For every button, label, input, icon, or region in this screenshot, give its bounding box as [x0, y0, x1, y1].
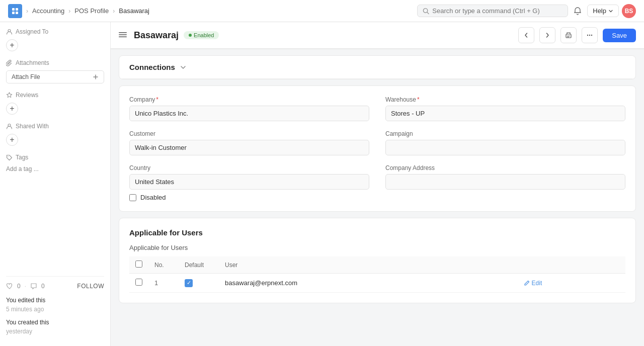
chevron-right-icon	[544, 32, 550, 38]
ellipsis-icon	[586, 32, 593, 39]
warehouse-input[interactable]	[385, 106, 625, 121]
chevron-down-icon	[608, 9, 613, 14]
activity2-action: You	[6, 319, 16, 326]
activity-item-1: You edited this 5 minutes ago	[6, 296, 104, 314]
table-row: 1 ✓ basawaraj@erpnext.com	[129, 274, 625, 293]
shared-with-section: Shared With +	[6, 123, 104, 146]
company-label: Company*	[129, 96, 369, 103]
default-checked: ✓	[185, 279, 193, 287]
help-button[interactable]: Help	[587, 5, 619, 17]
breadcrumb-accounting[interactable]: Accounting	[32, 7, 64, 15]
connections-card: Connections	[119, 55, 636, 79]
more-options-button[interactable]	[582, 27, 598, 43]
svg-rect-14	[567, 37, 569, 37]
search-bar	[417, 5, 568, 17]
shared-with-label: Shared With	[16, 123, 49, 130]
attachments-section: Attachments Attach File	[6, 59, 104, 83]
assign-add-button[interactable]: +	[6, 39, 18, 51]
edit-icon	[524, 280, 530, 286]
breadcrumb-sep-1: ›	[26, 8, 28, 15]
campaign-label: Campaign	[385, 130, 625, 137]
tag-icon	[6, 154, 13, 161]
row-number: 1	[148, 274, 179, 293]
edit-row-button[interactable]: Edit	[524, 280, 542, 287]
notifications-button[interactable]	[571, 5, 584, 18]
reviews-label: Reviews	[16, 92, 38, 99]
svg-point-17	[591, 35, 592, 36]
sidebar-footer: 0 · 0 FOLLOW You edited this 5 minutes a…	[6, 276, 104, 340]
connections-chevron-icon	[179, 63, 187, 71]
search-input[interactable]	[432, 7, 562, 15]
prev-button[interactable]	[518, 27, 534, 43]
col-user-header: User	[219, 256, 518, 274]
page-title: Basawaraj	[134, 30, 179, 41]
company-address-input[interactable]	[385, 174, 625, 190]
star-icon	[6, 92, 13, 99]
connections-card-header[interactable]: Connections	[119, 56, 635, 79]
campaign-input[interactable]	[385, 140, 625, 155]
status-label: Enabled	[194, 32, 214, 38]
print-button[interactable]	[560, 27, 577, 43]
status-badge: Enabled	[184, 31, 219, 39]
help-label: Help	[593, 7, 606, 15]
shared-add-button[interactable]: +	[6, 134, 18, 146]
table-select-all[interactable]	[135, 261, 142, 268]
svg-rect-0	[12, 8, 15, 11]
assigned-to-label: Assigned To	[16, 28, 48, 35]
customer-field: Customer	[129, 130, 369, 155]
heart-icon	[6, 283, 13, 290]
svg-point-16	[589, 35, 590, 36]
tags-section: Tags Add a tag ...	[6, 154, 104, 172]
add-tag-link[interactable]: Add a tag ...	[6, 165, 39, 172]
status-dot	[189, 34, 192, 37]
customer-input[interactable]	[129, 140, 369, 155]
follow-button[interactable]: FOLLOW	[77, 283, 104, 290]
review-add-button[interactable]: +	[6, 103, 18, 115]
applicable-users-card: Applicable for Users Applicable for User…	[119, 218, 636, 303]
svg-point-8	[8, 156, 8, 156]
company-address-field: Company Address	[385, 164, 625, 190]
applicable-users-subtitle: Applicable for Users	[129, 244, 625, 251]
svg-rect-11	[119, 36, 127, 37]
breadcrumb-pos-profile[interactable]: POS Profile	[74, 7, 109, 15]
breadcrumb-sep-3: ›	[113, 8, 115, 15]
disabled-label: Disabled	[140, 194, 166, 201]
share-icon	[6, 123, 13, 130]
svg-point-15	[587, 35, 588, 36]
edit-label: Edit	[532, 280, 542, 287]
company-field: Company*	[129, 96, 369, 121]
sidebar-toggle-icon[interactable]	[119, 31, 127, 40]
row-checkbox[interactable]	[135, 279, 142, 286]
svg-rect-13	[567, 36, 570, 36]
page-wrapper: Assigned To + Attachments Attach File	[0, 22, 644, 346]
top-navigation: › Accounting › POS Profile › Basawaraj H…	[0, 0, 644, 22]
activity1-action: You	[6, 297, 16, 304]
users-table: No. Default User 1	[129, 256, 625, 293]
svg-rect-3	[16, 12, 18, 14]
comment-icon	[30, 283, 37, 290]
bell-icon	[573, 7, 582, 16]
attach-file-button[interactable]: Attach File	[6, 70, 104, 83]
grid-icon	[12, 8, 19, 15]
svg-line-5	[427, 12, 429, 14]
campaign-field: Campaign	[385, 130, 625, 155]
comments-count: 0	[41, 283, 45, 290]
print-icon	[565, 32, 572, 39]
home-button[interactable]	[8, 4, 22, 18]
breadcrumb-current: Basawaraj	[119, 7, 149, 15]
reviews-section: Reviews +	[6, 92, 104, 115]
disabled-checkbox[interactable]	[129, 194, 136, 201]
next-button[interactable]	[539, 27, 555, 43]
applicable-users-title: Applicable for Users	[129, 228, 625, 237]
form-card: Company* Warehouse* C	[119, 85, 636, 212]
company-input[interactable]	[129, 106, 369, 121]
country-field: Country	[129, 164, 369, 190]
activity1-time: 5 minutes ago	[6, 306, 44, 313]
page-header-row: Basawaraj Enabled	[111, 22, 644, 49]
svg-rect-1	[16, 8, 18, 11]
save-button[interactable]: Save	[603, 29, 636, 42]
person-icon	[6, 29, 13, 35]
country-input[interactable]	[129, 174, 369, 190]
activity-item-2: You created this yesterday	[6, 318, 104, 336]
col-default-header: Default	[179, 256, 219, 274]
